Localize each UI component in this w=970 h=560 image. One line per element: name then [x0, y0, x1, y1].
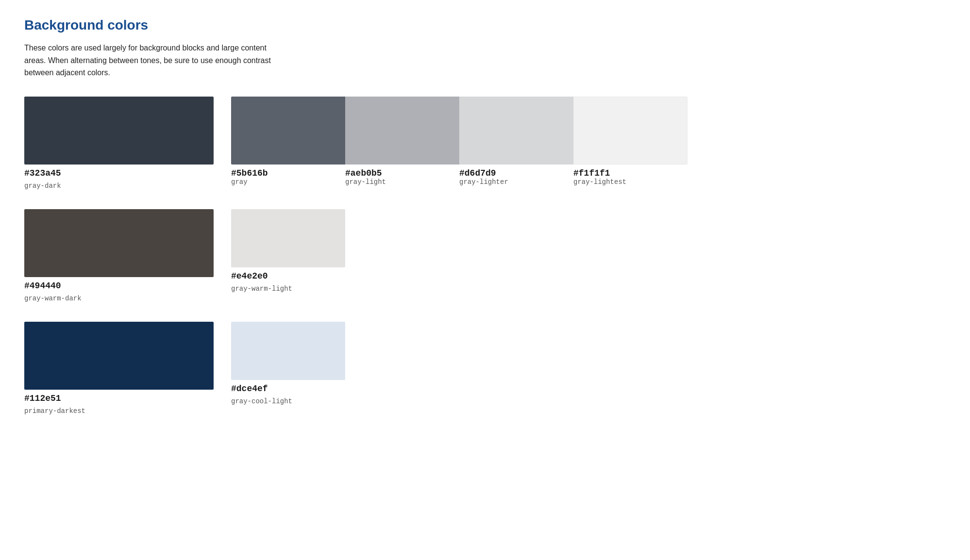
color-item-gray-cool-light: #dce4ef gray-cool-light — [231, 322, 345, 405]
color-name-gray-warm-light: gray-warm-light — [231, 285, 345, 293]
color-hex-gray-light: #aeb0b5 — [345, 168, 459, 178]
color-name-gray-cool-light: gray-cool-light — [231, 397, 345, 405]
color-name-gray-warm-dark: gray-warm-dark — [24, 295, 214, 302]
color-hex-gray: #5b616b — [231, 168, 345, 178]
color-name-primary-darkest: primary-darkest — [24, 407, 214, 415]
color-hex-gray-warm-dark: #494440 — [24, 281, 214, 291]
color-hex-gray-lighter: #d6d7d9 — [459, 168, 573, 178]
color-name-gray: gray — [231, 178, 345, 186]
swatch-primary-darkest — [24, 322, 214, 390]
color-item-gray-warm-light: #e4e2e0 gray-warm-light — [231, 209, 345, 293]
swatch-gray — [231, 97, 345, 165]
color-hex-primary-darkest: #112e51 — [24, 394, 214, 403]
swatch-gray-warm-light — [231, 209, 345, 267]
color-row-3: #112e51 primary-darkest #dce4ef gray-coo… — [24, 322, 946, 415]
swatch-gray-lightest — [573, 97, 687, 165]
color-group-gray-spectrum: #5b616b gray #aeb0b5 gray-light #d6d7d9 … — [231, 97, 687, 186]
color-section: #323a45 gray-dark #5b616b gray #aeb0b5 g… — [24, 97, 946, 415]
swatch-gray-warm-dark — [24, 209, 214, 277]
color-row-2: #494440 gray-warm-dark #e4e2e0 gray-warm… — [24, 209, 946, 302]
color-label-gray: #5b616b gray — [231, 168, 345, 186]
color-hex-gray-lightest: #f1f1f1 — [573, 168, 687, 178]
color-name-gray-light: gray-light — [345, 178, 459, 186]
color-label-gray-light: #aeb0b5 gray-light — [345, 168, 459, 186]
color-hex-gray-dark: #323a45 — [24, 168, 214, 178]
color-label-gray-lightest: #f1f1f1 gray-lightest — [573, 168, 687, 186]
swatch-gray-light — [345, 97, 459, 165]
page-title: Background colors — [24, 17, 946, 33]
color-item-primary-darkest: #112e51 primary-darkest — [24, 322, 214, 415]
swatch-gray-dark — [24, 97, 214, 165]
color-item-gray-dark: #323a45 gray-dark — [24, 97, 214, 190]
color-item-gray-warm-dark: #494440 gray-warm-dark — [24, 209, 214, 302]
color-hex-gray-warm-light: #e4e2e0 — [231, 271, 345, 281]
color-label-gray-lighter: #d6d7d9 gray-lighter — [459, 168, 573, 186]
gray-spectrum-swatches — [231, 97, 687, 165]
color-name-gray-lighter: gray-lighter — [459, 178, 573, 186]
color-name-gray-lightest: gray-lightest — [573, 178, 687, 186]
page-description: These colors are used largely for backgr… — [24, 42, 277, 79]
color-row-1: #323a45 gray-dark #5b616b gray #aeb0b5 g… — [24, 97, 946, 190]
swatch-gray-cool-light — [231, 322, 345, 380]
color-name-gray-dark: gray-dark — [24, 182, 214, 190]
swatch-gray-lighter — [459, 97, 573, 165]
color-hex-gray-cool-light: #dce4ef — [231, 384, 345, 394]
